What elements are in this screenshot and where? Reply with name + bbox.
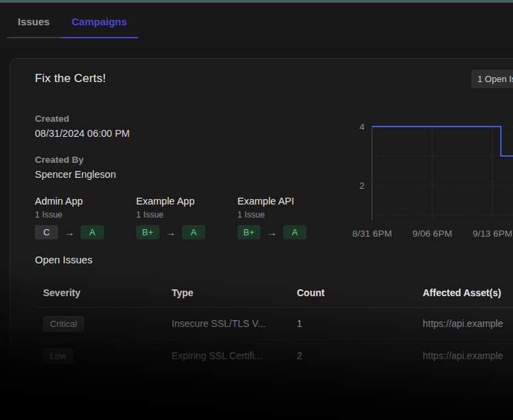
issue-type-cell: Insecure SSL/TLS V... (172, 318, 297, 329)
created-by-block: Created By Spencer Engleson (35, 155, 116, 180)
y-tick-label: 2 (359, 181, 365, 191)
app-name: Admin App (35, 196, 136, 207)
affected-asset-cell: https://api.example (423, 350, 513, 361)
app-grades-row: Admin App 1 Issue C → A Example App 1 Is… (35, 196, 339, 239)
severity-badge: Low (43, 348, 73, 364)
grade-before-badge: B+ (237, 225, 261, 239)
app-grade-example-api: Example API 1 Issue B+ → A (237, 196, 339, 239)
created-block: Created 08/31/2024 06:00 PM (35, 114, 130, 139)
col-header-count: Count (297, 287, 423, 298)
x-tick-label: 9/13 6PM (473, 228, 512, 239)
arrow-right-icon: → (64, 226, 75, 238)
tab-campaigns[interactable]: Campaigns (61, 3, 138, 38)
y-tick-label: 4 (359, 122, 365, 132)
issue-count-cell: 1 (297, 318, 423, 329)
created-value: 08/31/2024 06:00 PM (35, 128, 130, 139)
col-header-type: Type (172, 287, 297, 298)
created-by-label: Created By (35, 155, 116, 165)
table-row[interactable]: Low Expiring SSL Certifi... 2 https://ap… (35, 340, 513, 372)
campaign-title: Fix the Certs! (35, 72, 106, 86)
tab-bar: Issues Campaigns (0, 3, 513, 48)
col-header-severity: Severity (43, 287, 172, 298)
created-by-value: Spencer Engleson (35, 169, 116, 180)
open-issues-chart: 4 2 8/31 6PM 9/06 6PM 9/13 6PM (352, 107, 513, 246)
grade-before-badge: C (35, 225, 58, 239)
open-issues-badge: 1 Open Issue (471, 70, 513, 88)
col-header-affected-assets: Affected Asset(s) (423, 287, 513, 298)
app-screen: Issues Campaigns Fix the Certs! 1 Open I… (0, 0, 513, 420)
app-grade-admin-app: Admin App 1 Issue C → A (35, 196, 136, 239)
app-issue-count: 1 Issue (35, 210, 136, 220)
open-issues-table: Severity Type Count Affected Asset(s) Cr… (35, 278, 513, 372)
x-tick-label: 8/31 6PM (352, 228, 392, 239)
affected-asset-cell: https://api.example (423, 318, 513, 329)
grade-after-badge: A (182, 225, 205, 239)
campaign-card: Fix the Certs! 1 Open Issue Created 08/3… (10, 58, 513, 420)
table-header-row: Severity Type Count Affected Asset(s) (35, 278, 513, 308)
app-grade-example-app: Example App 1 Issue B+ → A (136, 196, 237, 239)
open-issues-heading: Open Issues (35, 254, 92, 265)
grade-after-badge: A (283, 225, 306, 239)
created-label: Created (35, 114, 130, 124)
app-issue-count: 1 Issue (237, 210, 339, 220)
issue-type-cell: Expiring SSL Certifi... (172, 350, 297, 361)
grade-before-badge: B+ (136, 225, 159, 239)
arrow-right-icon: → (267, 226, 277, 238)
app-issue-count: 1 Issue (136, 210, 237, 220)
tab-issues[interactable]: Issues (7, 3, 61, 37)
app-name: Example App (136, 196, 237, 207)
arrow-right-icon: → (166, 226, 176, 238)
chart-line (372, 127, 513, 156)
severity-badge: Critical (43, 316, 84, 332)
grade-after-badge: A (81, 225, 104, 239)
app-name: Example API (237, 196, 339, 207)
tab-list: Issues Campaigns (7, 3, 138, 38)
table-row[interactable]: Critical Insecure SSL/TLS V... 1 https:/… (35, 308, 513, 340)
issue-count-cell: 2 (297, 350, 423, 361)
x-tick-label: 9/06 6PM (412, 228, 452, 239)
